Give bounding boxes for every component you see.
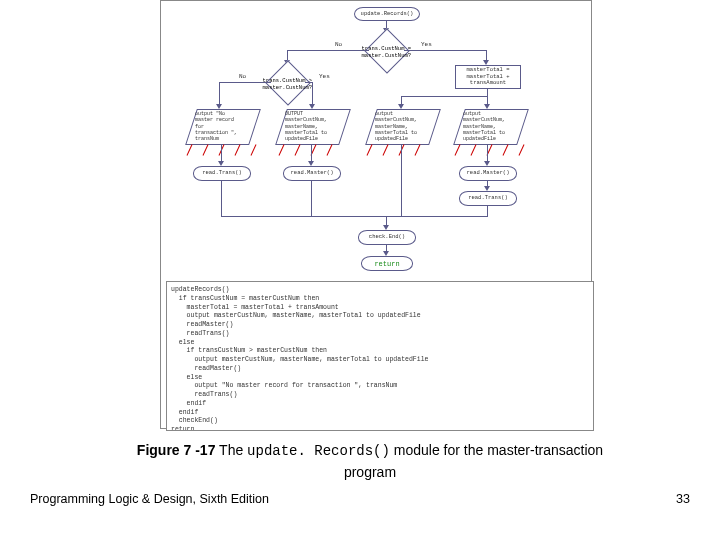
arrow-icon [216,104,222,109]
arrow-icon [484,104,490,109]
arrow-icon [309,104,315,109]
figure-caption: Figure 7 -17 The update. Records() modul… [100,440,640,483]
connector [487,205,488,216]
connector [404,50,486,51]
arrow-icon [484,161,490,166]
arrow-icon [484,186,490,191]
decision-1-label: trans.CustNum = master.CustNum? [356,45,416,59]
output-2-text: OUTPUTmasterCustNum,masterName,masterTot… [279,109,357,147]
decision-1: trans.CustNum = master.CustNum? [364,28,409,73]
connector [401,144,402,216]
assign-total: masterTotal = masterTotal + transAmount [455,65,521,89]
slide: update.Records() trans.CustNum = master.… [0,0,720,540]
call-readtrans-1: read.Trans() [193,166,251,181]
decision-2: trans.CustNum > master.CustNum? [265,60,310,105]
caption-pre: The [215,442,247,458]
connector [311,180,312,216]
start-node: update.Records() [354,7,420,21]
arrow-icon [218,161,224,166]
call-readmaster-1: read.Master() [283,166,341,181]
no-label-2: No [239,73,246,80]
connector [221,180,222,216]
figure-number: Figure 7 -17 [137,442,216,458]
call-readmaster-2: read.Master() [459,166,517,181]
yes-label-2: Yes [319,73,330,80]
return-node: return [361,256,413,271]
arrow-icon [308,161,314,166]
caption-post: module for the master-transaction [390,442,603,458]
output-4-text: outputmasterCustNum,masterName,masterTot… [457,109,535,147]
caption-line2: program [344,464,396,480]
connector [487,88,488,96]
call-readtrans-2: read.Trans() [459,191,517,206]
footer-book-title: Programming Logic & Design, Sixth Editio… [30,492,269,506]
yes-label: Yes [421,41,432,48]
arrow-icon [398,104,404,109]
pseudocode-panel: updateRecords() if transCustNum = master… [166,281,594,431]
connector [219,82,271,83]
footer-page-number: 33 [676,492,690,506]
call-checkend: check.End() [358,230,416,245]
connector [221,216,488,217]
hatch-decoration [181,145,551,159]
output-1-text: output "Nomaster recordfortransaction ",… [189,109,267,147]
connector [401,96,487,97]
connector [287,50,369,51]
diagram-panel: update.Records() trans.CustNum = master.… [160,0,592,429]
decision-2-label: trans.CustNum > master.CustNum? [257,77,317,91]
output-3-text: outputmasterCustNum,masterName,masterTot… [369,109,447,147]
flowchart: update.Records() trans.CustNum = master.… [161,1,591,271]
caption-code: update. Records() [247,443,390,459]
no-label: No [335,41,342,48]
